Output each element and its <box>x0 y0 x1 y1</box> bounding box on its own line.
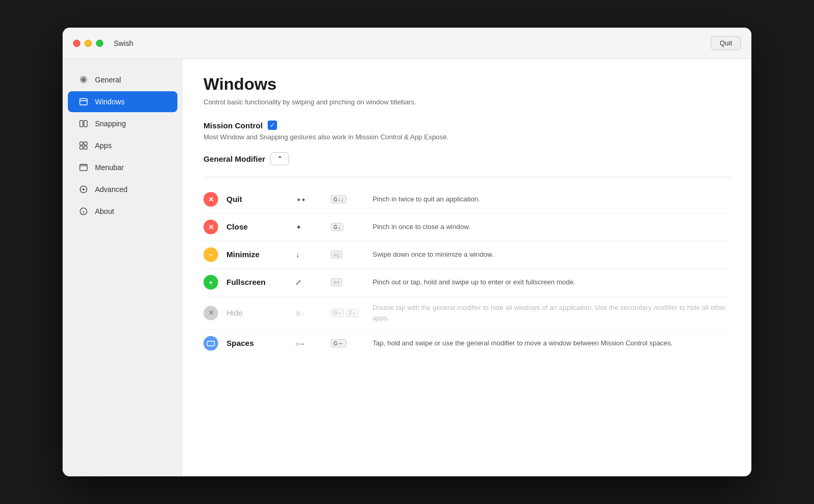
svg-rect-21 <box>207 341 214 346</box>
spaces-name: Spaces <box>226 339 294 348</box>
minimize-gesture-sym: ↓ <box>294 249 331 260</box>
quit-kbd: G↓↓ <box>331 195 346 203</box>
fullscreen-name-label: Fullscreen <box>226 278 266 286</box>
mission-control-label: Mission Control <box>204 121 262 130</box>
svg-text:⌘○: ⌘○ <box>295 310 305 317</box>
mission-control-checkbox[interactable]: ✓ <box>268 121 277 130</box>
svg-point-12 <box>80 189 81 190</box>
hide-icon-col: ✕ <box>204 306 226 320</box>
close-name: Close <box>226 222 294 232</box>
sidebar-item-snapping[interactable]: Snapping <box>68 113 177 134</box>
quit-gesture-sym: ✦✦ <box>294 194 331 205</box>
close-status-icon: ✕ <box>204 220 218 234</box>
svg-rect-9 <box>80 164 87 166</box>
advanced-icon <box>78 184 89 195</box>
app-title: Swish <box>114 39 711 47</box>
close-modifier: G↓ <box>331 223 373 231</box>
hide-description: Double tap with the general modifier to … <box>373 303 731 323</box>
general-modifier-label: General Modifier <box>204 154 265 163</box>
svg-rect-4 <box>80 142 83 145</box>
windows-icon <box>78 97 89 107</box>
sidebar-item-label: Advanced <box>95 185 127 194</box>
minimize-icon-col: − <box>204 247 226 262</box>
hide-kbd: 2○ <box>346 309 358 317</box>
gesture-row-quit: ✕Quit✦✦G↓↓Pinch in twice to quit an appl… <box>204 186 731 213</box>
gesture-table: ✕Quit✦✦G↓↓Pinch in twice to quit an appl… <box>204 186 731 357</box>
gesture-row-fullscreen: +Fullscreen⤢○↑Pinch out or tap, hold and… <box>204 269 731 296</box>
sidebar-item-advanced[interactable]: Advanced <box>68 179 177 200</box>
sidebar-item-label: About <box>95 207 114 215</box>
sidebar-item-label: Apps <box>95 141 112 150</box>
sidebar-item-apps[interactable]: Apps <box>68 135 177 156</box>
fullscreen-kbd: ○↑ <box>331 278 342 286</box>
page-title: Windows <box>204 75 731 94</box>
fullscreen-name: Fullscreen <box>226 278 294 287</box>
svg-rect-6 <box>80 146 83 149</box>
close-button[interactable] <box>73 40 80 47</box>
sidebar-item-menubar[interactable]: Menubar <box>68 157 177 178</box>
hide-modifier: G○2○ <box>331 309 373 317</box>
app-window: Swish Quit General Windows Snapping Apps… <box>63 28 751 476</box>
fullscreen-status-icon: + <box>204 275 218 290</box>
spaces-description: Tap, hold and swipe or use the general m… <box>373 338 731 349</box>
svg-point-11 <box>82 188 85 190</box>
svg-text:i: i <box>83 209 85 214</box>
svg-rect-0 <box>80 99 87 105</box>
apps-icon <box>78 140 89 151</box>
sidebar-item-label: Windows <box>95 98 125 106</box>
quit-button[interactable]: Quit <box>711 36 741 50</box>
sidebar-item-label: Snapping <box>95 119 126 128</box>
fullscreen-modifier: ○↑ <box>331 278 373 286</box>
traffic-lights <box>73 40 103 47</box>
minimize-name-label: Minimize <box>226 250 259 259</box>
quit-icon-col: ✕ <box>204 192 226 207</box>
hide-name-label: Hide <box>226 308 243 317</box>
hide-gesture-sym: ⌘○ <box>294 308 331 318</box>
spaces-modifier: G↔ <box>331 339 373 347</box>
spaces-gesture-sym: ○↔ <box>294 338 331 349</box>
sidebar-item-general[interactable]: General <box>68 69 177 90</box>
quit-modifier: G↓↓ <box>331 195 373 203</box>
svg-rect-5 <box>84 142 87 145</box>
sidebar-item-label: General <box>95 76 121 84</box>
svg-rect-2 <box>80 121 83 127</box>
svg-text:⤢: ⤢ <box>295 278 302 286</box>
gear-icon <box>78 75 89 85</box>
sidebar-item-windows[interactable]: Windows <box>68 91 177 112</box>
sidebar: General Windows Snapping Apps Menubar Ad… <box>63 59 183 476</box>
svg-rect-3 <box>84 121 87 127</box>
page-subtitle: Control basic functionality by swiping a… <box>204 98 731 106</box>
sidebar-item-label: Menubar <box>95 163 124 172</box>
quit-name-label: Quit <box>226 195 242 203</box>
gesture-row-minimize: −Minimize↓○↓Swipe down once to minimize … <box>204 241 731 269</box>
svg-point-13 <box>86 189 87 190</box>
minimize-kbd: ○↓ <box>331 250 342 259</box>
fullscreen-icon-col: + <box>204 275 226 290</box>
about-icon: i <box>78 206 89 217</box>
svg-rect-7 <box>84 146 87 149</box>
sidebar-item-about[interactable]: i About <box>68 201 177 222</box>
divider <box>204 177 731 177</box>
close-gesture-sym: ✦ <box>294 222 331 232</box>
hide-status-icon: ✕ <box>204 306 218 320</box>
close-name-label: Close <box>226 222 248 231</box>
menubar-icon <box>78 162 89 173</box>
minimize-modifier: ○↓ <box>331 250 373 259</box>
close-icon-col: ✕ <box>204 220 226 234</box>
minimize-status-icon: − <box>204 247 218 262</box>
spaces-icon-col <box>204 336 226 351</box>
minimize-description: Swipe down once to minimize a window. <box>373 249 731 260</box>
gesture-row-spaces: Spaces○↔G↔Tap, hold and swipe or use the… <box>204 330 731 357</box>
mission-control-header: Mission Control ✓ <box>204 121 731 130</box>
close-description: Pinch in once to close a window. <box>373 222 731 232</box>
general-modifier-row: General Modifier ⌃ <box>204 152 731 165</box>
checkmark-icon: ✓ <box>270 122 275 128</box>
spaces-name-label: Spaces <box>226 339 254 347</box>
svg-text:✦✦: ✦✦ <box>296 197 306 203</box>
quit-description: Pinch in twice to quit an application. <box>373 194 731 205</box>
general-modifier-button[interactable]: ⌃ <box>270 152 289 165</box>
spaces-status-icon <box>204 336 218 351</box>
minimize-button[interactable] <box>85 40 92 47</box>
titlebar: Swish Quit <box>63 28 751 59</box>
fullscreen-button[interactable] <box>96 40 103 47</box>
